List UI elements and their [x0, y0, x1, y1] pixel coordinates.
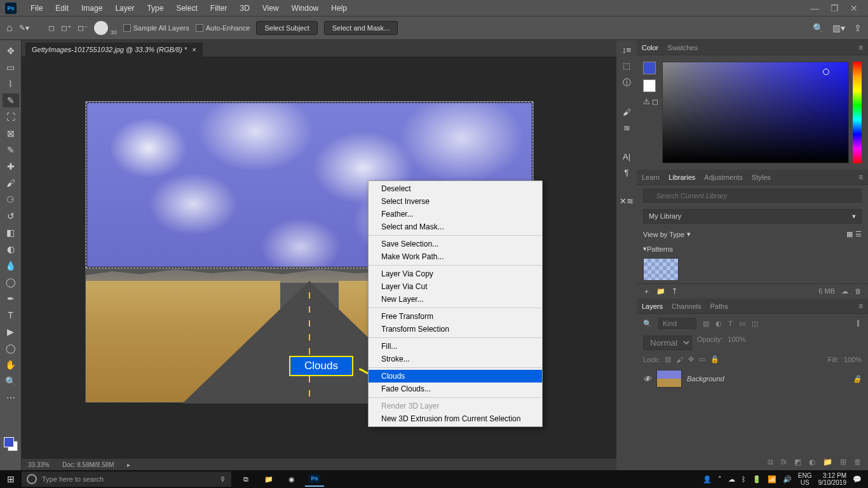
context-menu-item[interactable]: Stroke... — [369, 353, 542, 365]
language-indicator[interactable]: ENGUS — [798, 472, 812, 486]
healing-brush-tool-icon[interactable]: ✚ — [3, 159, 19, 173]
menu-type[interactable]: Type — [140, 1, 170, 15]
select-subject-button[interactable]: Select Subject — [256, 21, 317, 35]
opacity-value[interactable]: 100% — [728, 336, 745, 350]
new-group-icon[interactable]: 📁 — [823, 458, 832, 466]
select-and-mask-button[interactable]: Select and Mask... — [324, 21, 398, 35]
grid-view-icon[interactable]: ▦ — [846, 230, 853, 238]
subtract-selection-icon[interactable]: ◻⁻ — [78, 24, 88, 32]
paragraph-panel-icon[interactable]: ¶ — [625, 168, 629, 177]
tool-preset-icon[interactable]: ✎▾ — [19, 24, 29, 32]
layer-style-icon[interactable]: fx — [781, 458, 787, 466]
onedrive-icon[interactable]: ☁ — [728, 475, 735, 484]
cloud-icon[interactable]: ☁ — [841, 287, 848, 295]
view-by-label[interactable]: View by Type — [643, 231, 684, 238]
menu-select[interactable]: Select — [170, 1, 203, 15]
people-icon[interactable]: 👤 — [703, 475, 712, 484]
quick-selection-tool-icon[interactable]: ✎ — [3, 93, 19, 107]
filter-adjustment-icon[interactable]: ◐ — [715, 320, 722, 328]
filter-shape-icon[interactable]: ▭ — [739, 320, 745, 328]
fill-value[interactable]: 100% — [844, 356, 862, 363]
crop-tool-icon[interactable]: ⛶ — [3, 110, 19, 124]
tab-styles[interactable]: Styles — [752, 173, 771, 181]
volume-icon[interactable]: 🔊 — [783, 475, 792, 484]
menu-layer[interactable]: Layer — [109, 1, 140, 15]
layer-row[interactable]: 👁 Background 🔒 — [637, 366, 868, 391]
add-selection-icon[interactable]: ◻⁺ — [61, 24, 71, 32]
home-icon[interactable]: ⌂ — [6, 22, 13, 34]
sample-all-layers-checkbox[interactable]: Sample All Layers — [123, 24, 189, 32]
lock-artboard-icon[interactable]: ▭ — [699, 355, 705, 363]
bluetooth-icon[interactable]: ᛒ — [742, 475, 746, 483]
brushes-panel-icon[interactable]: 🖌 — [623, 107, 631, 117]
link-layers-icon[interactable]: ⧉ — [768, 458, 773, 466]
properties-panel-icon[interactable]: ⓘ — [623, 77, 631, 88]
character-panel-icon[interactable]: A| — [623, 152, 630, 161]
filter-type-icon[interactable]: T — [728, 320, 733, 327]
tab-libraries[interactable]: Libraries — [668, 173, 695, 181]
marquee-tool-icon[interactable]: ▭ — [3, 60, 19, 74]
zoom-tool-icon[interactable]: 🔍 — [3, 374, 19, 388]
brush-preview-icon[interactable] — [94, 21, 108, 35]
window-minimize-icon[interactable]: — — [810, 3, 819, 13]
window-restore-icon[interactable]: ❐ — [831, 3, 839, 13]
battery-icon[interactable]: 🔋 — [752, 475, 761, 484]
document-tab[interactable]: GettyImages-1017551032.jpg @ 33.3% (RGB/… — [25, 43, 203, 57]
hand-tool-icon[interactable]: ✋ — [3, 358, 19, 372]
clone-stamp-tool-icon[interactable]: ⚆ — [3, 193, 19, 207]
context-menu-item[interactable]: New 3D Extrusion from Current Selection — [369, 412, 542, 425]
3d-panel-icon[interactable]: ⬚ — [623, 61, 630, 71]
type-tool-icon[interactable]: T — [3, 308, 19, 322]
status-chevron-icon[interactable]: ▸ — [127, 461, 130, 468]
tab-color[interactable]: Color — [642, 44, 658, 51]
edit-toolbar-icon[interactable]: ⋯ — [3, 391, 19, 405]
lasso-tool-icon[interactable]: ⌇ — [3, 77, 19, 91]
context-menu-item[interactable]: New Layer... — [369, 293, 542, 306]
tab-learn[interactable]: Learn — [642, 173, 660, 181]
modifier-keys-panel-icon[interactable]: ✕≋ — [620, 196, 634, 206]
panel-menu-icon[interactable]: ≡ — [858, 302, 863, 311]
list-view-icon[interactable]: ☰ — [855, 230, 862, 238]
context-menu-item[interactable]: Fade Clouds... — [369, 383, 542, 395]
history-brush-tool-icon[interactable]: ↺ — [3, 209, 19, 223]
filter-pixel-icon[interactable]: ▧ — [703, 320, 709, 328]
menu-help[interactable]: Help — [325, 1, 353, 15]
menu-file[interactable]: File — [24, 1, 49, 15]
panel-menu-icon[interactable]: ≡ — [858, 173, 863, 182]
filter-toggle-icon[interactable]: ⏽ — [855, 320, 862, 327]
share-icon[interactable]: ⇪ — [854, 23, 862, 33]
foreground-color-swatch[interactable] — [643, 62, 656, 74]
lock-all-icon[interactable]: 🔒 — [710, 355, 719, 363]
zoom-level[interactable]: 33.33% — [28, 461, 50, 468]
menu-view[interactable]: View — [256, 1, 285, 15]
photoshop-taskbar-icon[interactable]: Ps — [305, 471, 324, 487]
context-menu-item[interactable]: Save Selection... — [369, 238, 542, 250]
patterns-group[interactable]: ▾ Patterns — [637, 242, 868, 255]
path-selection-tool-icon[interactable]: ▶ — [3, 325, 19, 339]
start-button[interactable]: ⊞ — [0, 474, 22, 484]
dodge-tool-icon[interactable]: ◯ — [3, 275, 19, 289]
hue-slider[interactable] — [853, 62, 862, 163]
chrome-icon[interactable]: ◉ — [282, 471, 301, 487]
context-menu-item[interactable]: Clouds — [369, 370, 542, 383]
background-color-swatch[interactable] — [643, 79, 656, 92]
task-view-icon[interactable]: ⧉ — [236, 471, 255, 487]
context-menu-item[interactable]: Deselect — [369, 182, 542, 195]
panel-menu-icon[interactable]: ≡ — [858, 43, 863, 52]
taskbar-clock[interactable]: 3:12 PM9/10/2019 — [818, 472, 847, 486]
move-tool-icon[interactable]: ✥ — [3, 44, 19, 58]
menu-filter[interactable]: Filter — [204, 1, 234, 15]
filter-smart-icon[interactable]: ◫ — [752, 320, 758, 328]
notifications-icon[interactable]: 💬 — [853, 475, 862, 484]
tab-channels[interactable]: Channels — [672, 302, 701, 310]
layer-thumbnail[interactable] — [656, 370, 682, 388]
trash-icon[interactable]: 🗑 — [855, 287, 862, 295]
tab-layers[interactable]: Layers — [642, 302, 663, 310]
layer-mask-icon[interactable]: ◩ — [794, 458, 801, 466]
eyedropper-tool-icon[interactable]: ✎ — [3, 143, 19, 157]
blend-mode-select[interactable]: Normal — [643, 336, 692, 350]
taskbar-search[interactable]: Type here to search 🎙 — [22, 471, 231, 487]
workspace-icon[interactable]: ▥▾ — [832, 23, 845, 33]
brush-tool-icon[interactable]: 🖌 — [3, 176, 19, 190]
add-content-icon[interactable]: ＋ — [643, 287, 650, 296]
